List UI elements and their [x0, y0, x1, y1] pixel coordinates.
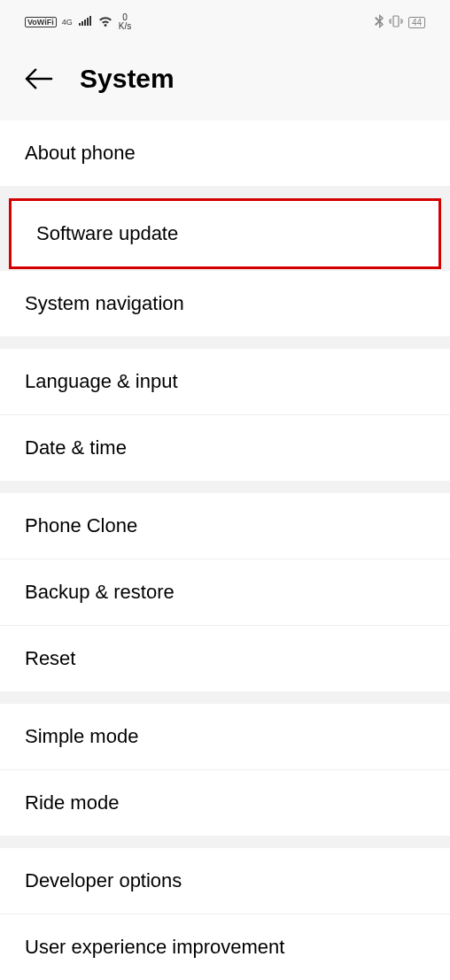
section-developer: Developer options User experience improv…: [0, 848, 450, 980]
vowifi-indicator: VoWiFi: [25, 17, 57, 27]
item-user-experience[interactable]: User experience improvement: [0, 914, 450, 980]
item-backup-restore[interactable]: Backup & restore: [0, 559, 450, 626]
section-software-update: Software update: [9, 198, 441, 269]
item-phone-clone[interactable]: Phone Clone: [0, 493, 450, 559]
section-navigation: System navigation: [0, 271, 450, 336]
back-button[interactable]: [25, 65, 53, 93]
svg-rect-0: [393, 16, 399, 27]
section-clone-backup: Phone Clone Backup & restore Reset: [0, 493, 450, 691]
section-language-time: Language & input Date & time: [0, 349, 450, 481]
status-right: 44: [375, 14, 425, 31]
item-about-phone[interactable]: About phone: [0, 120, 450, 186]
status-bar: VoWiFi 4G 0 K/s 44: [0, 0, 450, 44]
item-software-update[interactable]: Software update: [12, 201, 438, 266]
arrow-left-icon: [25, 67, 53, 90]
item-simple-mode[interactable]: Simple mode: [0, 704, 450, 770]
signal-icon: [78, 16, 92, 29]
item-ride-mode[interactable]: Ride mode: [0, 770, 450, 836]
item-date-time[interactable]: Date & time: [0, 415, 450, 481]
item-language-input[interactable]: Language & input: [0, 349, 450, 415]
item-system-navigation[interactable]: System navigation: [0, 271, 450, 336]
vibrate-icon: [389, 14, 403, 31]
page-title: System: [80, 64, 175, 94]
status-left: VoWiFi 4G 0 K/s: [25, 13, 131, 31]
section-modes: Simple mode Ride mode: [0, 704, 450, 836]
item-developer-options[interactable]: Developer options: [0, 848, 450, 914]
battery-indicator: 44: [408, 17, 425, 28]
wifi-icon: [97, 15, 113, 30]
network-type: 4G: [62, 18, 73, 27]
speed-indicator: 0 K/s: [119, 13, 131, 31]
bluetooth-icon: [375, 14, 384, 31]
section-about: About phone: [0, 120, 450, 186]
header: System: [0, 44, 450, 120]
item-reset[interactable]: Reset: [0, 626, 450, 691]
